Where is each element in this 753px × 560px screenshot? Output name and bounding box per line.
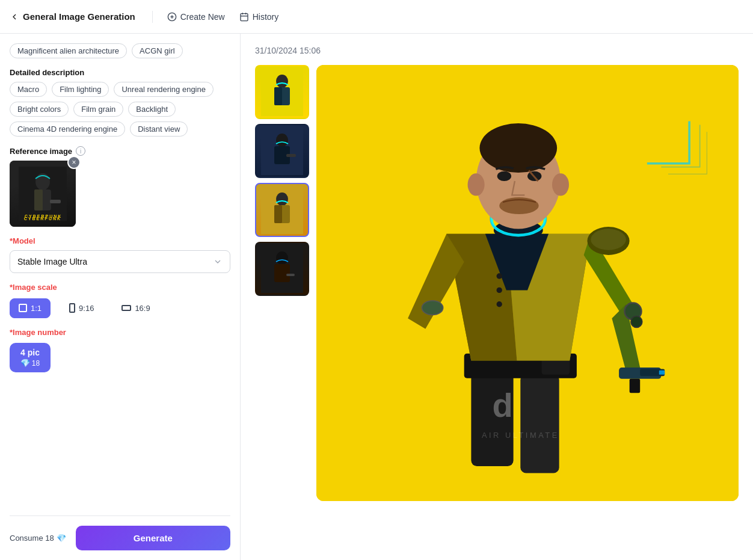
thumbnail-2[interactable] (255, 124, 309, 178)
svg-rect-48 (659, 371, 665, 375)
main-image[interactable]: d AIR ULTIMATE (316, 65, 739, 501)
svg-rect-10 (34, 189, 43, 211)
thumb-1-svg (261, 68, 303, 116)
page-title: General Image Generation (23, 11, 135, 22)
svg-text:AIR ULTIMATE: AIR ULTIMATE (482, 431, 559, 440)
thumb-2-inner (256, 125, 308, 177)
tag-backlight[interactable]: Backlight (128, 102, 176, 117)
thumbnail-1[interactable] (255, 65, 309, 119)
svg-point-42 (631, 316, 642, 328)
landscape-icon (121, 305, 131, 311)
initial-tags-row: Magnificent alien architecture ACGN girl (10, 43, 230, 58)
image-cost: 💎 18 (20, 358, 40, 368)
image-scale-label: *Image scale (10, 283, 230, 292)
tag-film-grain[interactable]: Film grain (73, 102, 123, 117)
svg-point-64 (422, 301, 443, 315)
thumb-3-svg (261, 186, 303, 234)
svg-text:CYBERPUNK: CYBERPUNK (25, 214, 62, 218)
image-gallery: d AIR ULTIMATE (255, 65, 739, 501)
reference-image-wrapper: CYBERPUNK × (10, 161, 76, 227)
tag-bright-colors[interactable]: Bright colors (10, 102, 69, 117)
thumbnail-3[interactable] (255, 183, 309, 237)
main-image-svg: d AIR ULTIMATE (316, 65, 739, 501)
thumb-2-svg (261, 127, 303, 175)
scale-option-16-9[interactable]: 16:9 (112, 298, 159, 318)
detailed-description-section: Detailed description Macro Film lighting… (10, 68, 230, 137)
create-new-button[interactable]: Create New (160, 8, 232, 25)
svg-point-61 (497, 273, 502, 278)
image-count: 4 pic (20, 348, 40, 357)
svg-point-57 (468, 173, 485, 195)
detailed-description-label: Detailed description (10, 68, 230, 77)
svg-rect-15 (122, 306, 131, 310)
reference-image-preview: CYBERPUNK (10, 161, 76, 227)
svg-point-53 (479, 123, 557, 173)
cyberpunk-figure-svg: CYBERPUNK (19, 167, 67, 221)
reference-image-section: Reference image i (10, 146, 230, 227)
tag-acgn-girl[interactable]: ACGN girl (132, 43, 183, 58)
tag-alien-architecture[interactable]: Magnificent alien architecture (10, 43, 127, 58)
svg-point-44 (591, 229, 626, 250)
scale-label-16-9: 16:9 (135, 304, 150, 313)
plus-circle-icon (167, 12, 177, 22)
back-button[interactable]: General Image Generation (10, 11, 135, 22)
scale-option-1-1[interactable]: 1:1 (10, 298, 51, 318)
tag-macro[interactable]: Macro (10, 82, 47, 97)
description-tags: Macro Film lighting Unreal rendering eng… (10, 82, 230, 137)
thumb-4-inner (256, 243, 308, 295)
svg-text:d: d (493, 386, 513, 424)
svg-rect-13 (19, 304, 26, 312)
svg-point-58 (552, 173, 569, 195)
thumb-3-inner (256, 184, 308, 236)
image-number-button[interactable]: 4 pic 💎 18 (10, 343, 51, 372)
history-button[interactable]: History (232, 8, 286, 25)
svg-point-62 (497, 288, 502, 293)
consume-diamond-icon: 💎 (57, 534, 66, 543)
scale-options: 1:1 9:16 16:9 (10, 298, 230, 318)
svg-rect-29 (274, 205, 282, 223)
cost-value: 18 (32, 359, 40, 368)
thumb-4-svg (261, 245, 303, 293)
svg-rect-46 (630, 379, 641, 393)
reference-image-label: Reference image (10, 147, 72, 156)
svg-rect-38 (520, 375, 559, 473)
create-new-label: Create New (180, 12, 225, 22)
model-section: *Model Stable Image Ultra (10, 236, 230, 273)
header-divider (152, 11, 153, 23)
timestamp: 31/10/2024 15:06 (255, 46, 739, 55)
svg-point-54 (497, 171, 511, 181)
svg-rect-33 (274, 264, 290, 282)
image-scale-section: *Image scale 1:1 (10, 283, 230, 318)
scale-label-1-1: 1:1 (31, 304, 41, 313)
thumb-1-inner (256, 66, 308, 118)
tag-distant-view[interactable]: Distant view (130, 122, 188, 137)
model-select[interactable]: Stable Image Ultra (10, 250, 230, 273)
svg-point-22 (276, 134, 288, 147)
generate-button[interactable]: Generate (76, 526, 230, 550)
history-label: History (253, 12, 279, 22)
portrait-icon (69, 303, 75, 313)
image-number-label: *Image number (10, 328, 230, 337)
thumbnails (255, 65, 309, 501)
tag-unreal-rendering[interactable]: Unreal rendering engine (114, 82, 213, 97)
svg-rect-11 (50, 200, 61, 203)
remove-reference-image-button[interactable]: × (67, 156, 81, 169)
history-icon (239, 12, 249, 22)
tag-cinema-4d[interactable]: Cinema 4D rendering engine (10, 122, 125, 137)
header: General Image Generation Create New Hist… (0, 0, 753, 34)
svg-rect-3 (241, 13, 248, 20)
reference-image[interactable]: CYBERPUNK (10, 161, 76, 227)
back-icon (10, 12, 19, 22)
info-icon[interactable]: i (76, 146, 85, 156)
square-icon (19, 304, 27, 312)
scale-option-9-16[interactable]: 9:16 (60, 298, 103, 318)
svg-point-63 (497, 301, 502, 307)
image-number-section: *Image number 4 pic 💎 18 (10, 328, 230, 372)
main-layout: Magnificent alien architecture ACGN girl… (0, 34, 753, 560)
svg-point-27 (276, 192, 288, 206)
left-footer: Consume 18 💎 Generate (10, 515, 230, 550)
tag-film-lighting[interactable]: Film lighting (52, 82, 109, 97)
svg-point-32 (276, 251, 288, 265)
chevron-down-icon (213, 257, 223, 266)
thumbnail-4[interactable] (255, 242, 309, 296)
